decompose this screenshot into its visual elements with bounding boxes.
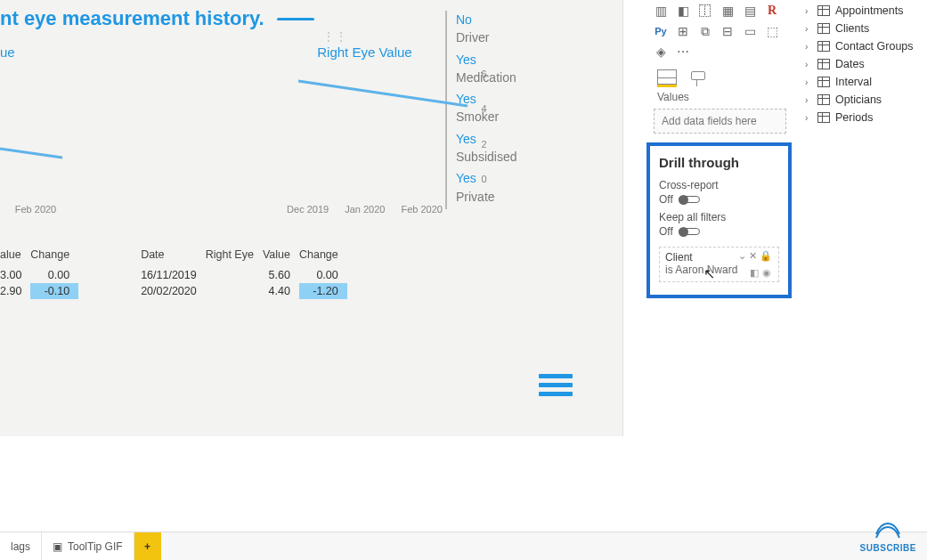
table-icon (817, 5, 830, 16)
col-header: Change (299, 245, 347, 267)
viz-r-script-icon[interactable]: R (765, 4, 779, 18)
add-page-button[interactable]: + (134, 532, 161, 560)
col-header: Date (141, 245, 206, 267)
chevron-right-icon: › (805, 42, 812, 52)
chevron-right-icon: › (805, 77, 812, 87)
fields-pane: ›Appointments ›Clients ›Contact Groups ›… (800, 0, 924, 126)
keep-filters-label: Keep all filters (659, 211, 779, 223)
viz-qna-icon[interactable]: ⊟ (720, 24, 735, 38)
field-table-appointments[interactable]: ›Appointments (800, 2, 924, 20)
table-icon (817, 41, 830, 52)
drill-through-section: Drill through Cross-report Off Keep all … (646, 142, 792, 298)
page-tab[interactable]: lags (0, 532, 42, 560)
page-tab-tooltip[interactable]: ▣ ToolTip GIF (42, 532, 134, 560)
field-table-periods[interactable]: ›Periods (800, 109, 924, 126)
x-tick: Feb 2020 (401, 204, 442, 215)
subscribe-watermark[interactable]: SUBSCRIBE (860, 520, 916, 553)
viz-ribbon-icon[interactable]: ◧ (676, 4, 690, 18)
table-icon (817, 59, 830, 69)
chevron-right-icon: › (805, 6, 812, 16)
viz-table-icon[interactable]: ▦ (720, 4, 735, 18)
col-header: Change (30, 245, 78, 267)
y-tick: 4 (481, 103, 486, 114)
x-tick: Dec 2019 (287, 204, 329, 215)
table-row[interactable]: 16/11/2019 5.60 0.00 (141, 267, 347, 284)
right-eye-chart[interactable]: Right Eye Value 6 4 2 0 Dec 2019 Jan 202… (107, 45, 622, 211)
table-icon (817, 77, 830, 87)
table-row[interactable]: 20/02/2020 4.40 -1.20 (141, 283, 347, 299)
viz-more-icon[interactable]: ◈ (654, 45, 668, 59)
viz-matrix-icon[interactable]: ▤ (743, 4, 757, 18)
nav-menu-button[interactable] (539, 369, 573, 401)
viz-waterfall-icon[interactable]: ⿰ (698, 4, 712, 18)
canvas-empty-area (0, 436, 623, 531)
viz-decomposition-icon[interactable]: ⧉ (698, 24, 712, 38)
chevron-right-icon: › (805, 24, 812, 34)
chart-title: ue (0, 45, 71, 60)
cross-report-label: Cross-report (659, 179, 779, 191)
field-table-clients[interactable]: ›Clients (800, 20, 924, 37)
y-tick: 2 (481, 139, 486, 150)
chevron-right-icon: › (805, 95, 812, 105)
visualizations-pane: ▥ ◧ ⿰ ▦ ▤ R Py ⊞ ⧉ ⊟ ▭ ⬚ ◈ ⋯ Values Add … (641, 0, 797, 302)
right-eye-table[interactable]: Date Right Eye Value Change 16/11/2019 5… (141, 245, 347, 299)
col-header: Value (263, 245, 299, 267)
table-row[interactable]: 2.90 -0.10 (0, 283, 78, 299)
filter-answer: No (456, 11, 561, 28)
fields-tab-icon[interactable] (657, 69, 677, 87)
viz-python-icon[interactable]: Py (654, 24, 668, 38)
values-field-well[interactable]: Add data fields here (654, 109, 786, 134)
field-table-interval[interactable]: ›Interval (800, 73, 924, 91)
viz-custom-icon[interactable]: ⬚ (765, 24, 779, 38)
report-canvas[interactable]: nt eye measurement history. ⋮⋮ No Driver… (0, 0, 623, 436)
y-tick: 6 (481, 69, 486, 79)
left-eye-chart[interactable]: ue Feb 2020 (0, 45, 71, 211)
page-tabs-bar: lags ▣ ToolTip GIF + (0, 532, 927, 560)
table-icon (817, 112, 830, 123)
chevron-down-icon[interactable]: ⌄ (738, 250, 749, 261)
viz-paginated-icon[interactable]: ▭ (743, 24, 757, 38)
left-eye-table[interactable]: alue Change 3.00 0.00 2.90 -0.10 (0, 245, 78, 299)
values-section-label: Values (641, 89, 797, 109)
eye-icon[interactable]: ◉ (762, 267, 775, 278)
remove-icon[interactable]: ✕ (749, 250, 760, 261)
field-table-dates[interactable]: ›Dates (800, 55, 924, 73)
chevron-right-icon: › (805, 60, 812, 69)
x-tick: Jan 2020 (345, 204, 385, 215)
field-table-contact-groups[interactable]: ›Contact Groups (800, 37, 924, 55)
drill-through-title: Drill through (659, 155, 779, 170)
col-header: Right Eye (206, 245, 263, 267)
chart-title: Right Eye Value (107, 45, 622, 60)
lock-icon[interactable]: 🔒 (760, 250, 775, 261)
title-decor (277, 18, 314, 20)
chevron-right-icon: › (805, 113, 812, 123)
erase-icon[interactable]: ◧ (750, 267, 762, 278)
viz-ellipsis-icon[interactable]: ⋯ (676, 45, 690, 59)
viz-stacked-bar-icon[interactable]: ▥ (654, 4, 668, 18)
field-table-opticians[interactable]: ›Opticians (800, 91, 924, 109)
visual-drag-handle[interactable]: ⋮⋮ (323, 30, 348, 43)
drill-through-field[interactable]: Client is Aaron Nward ⌄✕🔒 ◧◉ (659, 247, 779, 282)
report-title: nt eye measurement history. (0, 7, 264, 30)
cross-report-toggle[interactable]: Off (659, 193, 779, 206)
viz-gallery: ▥ ◧ ⿰ ▦ ▤ R Py ⊞ ⧉ ⊟ ▭ ⬚ ◈ ⋯ (641, 4, 797, 62)
table-row[interactable]: 3.00 0.00 (0, 267, 78, 284)
viz-key-influencer-icon[interactable]: ⊞ (676, 24, 690, 38)
table-icon (817, 94, 830, 105)
col-header: alue (0, 245, 30, 267)
format-tab-icon[interactable] (689, 71, 709, 87)
x-tick: Feb 2020 (15, 204, 56, 215)
table-icon (817, 23, 830, 34)
y-tick: 0 (481, 174, 486, 184)
keep-filters-toggle[interactable]: Off (659, 225, 779, 238)
gif-icon: ▣ (53, 540, 62, 553)
